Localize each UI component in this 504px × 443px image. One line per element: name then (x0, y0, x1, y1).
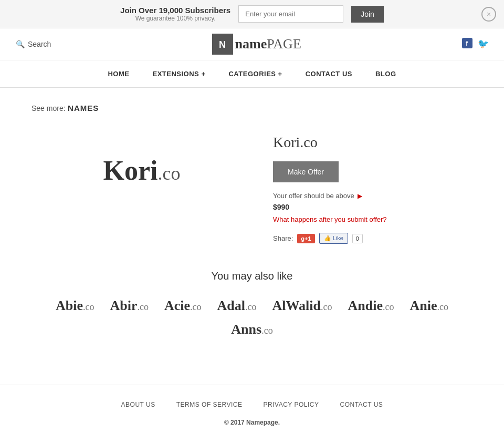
similar-name-0[interactable]: Abie.co (56, 298, 94, 314)
similar-name-5[interactable]: Andie.co (348, 298, 394, 314)
similar-name-text-2: Acie (164, 298, 190, 313)
offer-info: Your offer should be above ▶ (273, 192, 472, 200)
similar-name-text-5: Andie (348, 298, 383, 313)
logo-name: name (235, 36, 267, 51)
domain-logo-area: Kori.co (32, 123, 252, 218)
logo[interactable]: N namePAGE (212, 34, 301, 55)
search-area[interactable]: 🔍 Search (16, 40, 51, 48)
share-area: Share: g+1 👍 Like 0 (273, 233, 472, 244)
svg-text:N: N (219, 39, 226, 50)
footer-contact[interactable]: CONTACT US (340, 401, 383, 408)
similar-name-4[interactable]: AlWalid.co (272, 298, 332, 314)
nav-blog[interactable]: BLOG (364, 60, 408, 87)
similar-tld-1: .co (137, 302, 149, 312)
domain-info: Kori.co Make Offer Your offer should be … (273, 123, 472, 244)
similar-names-row2: Anns.co (32, 322, 472, 337)
footer-about[interactable]: ABOUT US (121, 401, 155, 408)
facebook-like-button[interactable]: 👍 Like (319, 233, 348, 244)
similar-title: You may also like (32, 270, 472, 282)
what-happens-link[interactable]: What happens after you submit offer? (273, 215, 472, 223)
similar-tld-3: .co (245, 302, 257, 312)
breadcrumb: See more: NAMES (32, 104, 472, 113)
similar-tld-7: .co (261, 325, 273, 336)
logo-suffix: PAGE (267, 36, 301, 51)
make-offer-button[interactable]: Make Offer (273, 161, 339, 182)
svg-text:🐦: 🐦 (478, 38, 488, 48)
nav-contact[interactable]: CONTACT US (294, 60, 364, 87)
banner-text: Join Over 19,000 Subscribers We guarante… (120, 6, 230, 22)
banner-subtitle: We guarantee 100% privacy. (120, 15, 230, 22)
logo-text: namePAGE (235, 36, 301, 52)
fb-like-count: 0 (352, 234, 363, 243)
similar-name-text-7: Anns (231, 322, 261, 337)
logo-icon: N (212, 34, 233, 55)
domain-logo-name: Kori (103, 156, 158, 186)
social-icons: f 🐦 (462, 38, 488, 51)
similar-name-7[interactable]: Anns.co (231, 322, 272, 337)
domain-logo: Kori.co (103, 155, 181, 186)
logo-svg: N (217, 38, 228, 50)
similar-name-text-0: Abie (56, 298, 83, 313)
search-label: Search (28, 40, 51, 48)
similar-name-3[interactable]: Adal.co (217, 298, 257, 314)
email-input[interactable] (238, 5, 343, 23)
twitter-icon[interactable]: 🐦 (478, 38, 488, 51)
fb-like-label: 👍 Like (324, 235, 343, 242)
header: 🔍 Search N namePAGE f 🐦 (0, 28, 504, 60)
copyright: © 2017 Namepage. (10, 419, 494, 426)
similar-tld-2: .co (190, 302, 202, 312)
similar-tld-4: .co (321, 302, 332, 312)
content-area: Kori.co Kori.co Make Offer Your offer sh… (32, 123, 472, 244)
domain-title: Kori.co (273, 134, 472, 151)
close-button[interactable]: × (481, 7, 496, 22)
similar-section: You may also like Abie.co Abir.co Acie.c… (32, 270, 472, 337)
similar-name-text-4: AlWalid (272, 298, 321, 313)
google-plus-button[interactable]: g+1 (297, 234, 314, 243)
nav-extensions[interactable]: EXTENSIONS + (141, 60, 217, 87)
footer-terms[interactable]: TERMS OF SERVICE (176, 401, 243, 408)
svg-text:f: f (466, 39, 468, 47)
similar-name-text-3: Adal (217, 298, 245, 313)
similar-name-text-1: Abir (110, 298, 137, 313)
domain-logo-tld: .co (158, 163, 181, 184)
footer-privacy[interactable]: PRIVACY POLICY (264, 401, 319, 408)
footer: ABOUT US TERMS OF SERVICE PRIVACY POLICY… (0, 385, 504, 442)
offer-text: Your offer should be above (273, 192, 354, 200)
search-icon: 🔍 (16, 40, 25, 48)
main-content: See more: NAMES Kori.co Kori.co Make Off… (0, 88, 504, 353)
similar-name-2[interactable]: Acie.co (164, 298, 202, 314)
share-label: Share: (273, 234, 293, 242)
offer-arrow-icon: ▶ (358, 192, 362, 200)
facebook-icon[interactable]: f (462, 38, 472, 51)
top-banner: Join Over 19,000 Subscribers We guarante… (0, 0, 504, 28)
footer-links: ABOUT US TERMS OF SERVICE PRIVACY POLICY… (10, 401, 494, 408)
similar-tld-5: .co (383, 302, 394, 312)
similar-names-list: Abie.co Abir.co Acie.co Adal.co AlWalid.… (32, 298, 472, 314)
copyright-year: © 2017 (224, 419, 245, 426)
banner-title: Join Over 19,000 Subscribers (120, 6, 230, 15)
similar-name-6[interactable]: Anie.co (410, 298, 449, 314)
main-nav: HOME EXTENSIONS + CATEGORIES + CONTACT U… (0, 60, 504, 88)
names-link[interactable]: NAMES (68, 104, 99, 112)
see-more-label: See more: (32, 104, 66, 112)
offer-price: $990 (273, 203, 472, 211)
similar-tld-6: .co (437, 302, 449, 312)
nav-categories[interactable]: CATEGORIES + (217, 60, 293, 87)
similar-name-1[interactable]: Abir.co (110, 298, 149, 314)
footer-brand: Namepage. (246, 419, 280, 426)
similar-name-text-6: Anie (410, 298, 437, 313)
similar-tld-0: .co (83, 302, 94, 312)
join-button[interactable]: Join (351, 6, 384, 23)
nav-home[interactable]: HOME (96, 60, 141, 87)
